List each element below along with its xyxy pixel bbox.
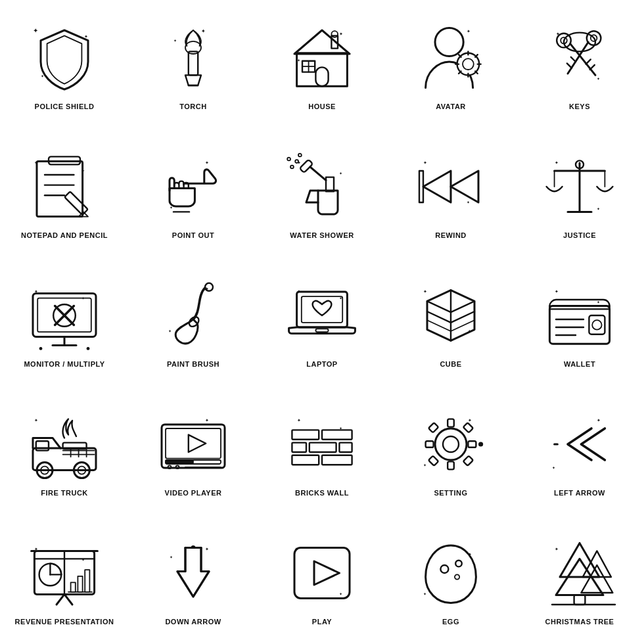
cell-left-arrow: ✦ ✦ LEFT ARROW: [515, 386, 644, 515]
svg-point-19: [435, 28, 463, 56]
svg-rect-144: [339, 443, 352, 452]
cell-paint-brush: ✦ ✦ PAINT BRUSH: [129, 258, 258, 386]
play-label: PLAY: [312, 618, 332, 626]
video-player-icon: ✦: [154, 405, 233, 484]
svg-text:✦: ✦: [597, 77, 600, 81]
svg-line-42: [567, 63, 572, 68]
svg-text:✦: ✦: [34, 417, 38, 423]
svg-point-190: [455, 561, 462, 567]
svg-line-103: [451, 301, 474, 312]
svg-text:✦: ✦: [339, 31, 343, 37]
bricks-wall-icon: ✦ ✦: [283, 405, 361, 484]
svg-point-150: [443, 436, 459, 452]
cell-keys: ✦ ✦ KEYS: [515, 0, 644, 129]
svg-text:✦: ✦: [597, 417, 601, 423]
svg-rect-156: [463, 423, 473, 432]
svg-text:✦: ✦: [339, 172, 342, 175]
left-arrow-icon: ✦ ✦: [540, 405, 619, 484]
bricks-wall-label: BRICKS WALL: [295, 489, 349, 497]
setting-label: SETTING: [434, 489, 467, 497]
monitor-multiply-icon: ✦ ✦: [25, 276, 104, 355]
svg-text:✦: ✦: [467, 28, 471, 34]
cell-notepad-pencil: ✦ ✦ NOTEPAD AND PENCIL: [0, 129, 129, 258]
svg-rect-151: [448, 419, 454, 427]
svg-rect-140: [292, 430, 319, 439]
torch-label: TORCH: [179, 103, 206, 110]
svg-rect-195: [574, 595, 586, 605]
svg-text:✦: ✦: [201, 28, 206, 34]
cell-laptop: ✦ ✦ LAPTOP: [258, 258, 386, 386]
svg-text:✦: ✦: [555, 546, 559, 552]
svg-rect-134: [166, 460, 193, 464]
rewind-icon: ✦ ✦: [411, 147, 490, 226]
svg-marker-186: [314, 561, 339, 585]
svg-point-191: [455, 574, 459, 579]
cell-house: ✦ ✦ HOUSE: [258, 0, 386, 129]
svg-marker-132: [189, 435, 206, 452]
svg-marker-66: [423, 171, 451, 202]
svg-point-86: [39, 347, 43, 350]
svg-point-63: [298, 154, 302, 157]
video-player-label: VIDEO PLAYER: [165, 489, 222, 497]
svg-text:✦: ✦: [467, 200, 470, 204]
svg-text:✦: ✦: [173, 39, 177, 43]
cell-fire-truck: ✦: [0, 386, 129, 515]
svg-line-37: [590, 65, 595, 70]
revenue-presentation-icon: ✦ ✦: [25, 534, 104, 612]
svg-rect-155: [428, 423, 438, 432]
avatar-label: AVATAR: [436, 103, 466, 110]
notepad-pencil-label: NOTEPAD AND PENCIL: [21, 231, 108, 239]
svg-rect-146: [322, 455, 352, 465]
svg-line-175: [64, 594, 72, 605]
cell-wallet: ✦ ✦ WALLET: [515, 258, 644, 386]
svg-text:✦: ✦: [597, 207, 600, 211]
egg-icon: ✦ ✦: [411, 534, 490, 612]
svg-rect-110: [589, 315, 605, 334]
svg-rect-68: [419, 171, 423, 202]
svg-point-87: [87, 347, 90, 350]
svg-rect-142: [292, 443, 306, 452]
svg-text:✦: ✦: [555, 160, 559, 166]
svg-text:✦: ✦: [423, 160, 427, 166]
svg-line-100: [427, 311, 451, 323]
water-shower-icon: ✦ ✦: [283, 147, 361, 226]
svg-rect-170: [71, 582, 76, 591]
svg-point-159: [478, 442, 483, 446]
cell-point-out: ✦ ✦ POINT OUT: [129, 129, 258, 258]
svg-text:✦: ✦: [552, 466, 555, 470]
notepad-pencil-icon: ✦ ✦: [25, 147, 104, 226]
cell-down-arrow: ✦ ✦ DOWN ARROW: [129, 515, 258, 644]
svg-line-174: [57, 594, 64, 605]
svg-text:✦: ✦: [205, 546, 209, 552]
cell-egg: ✦ ✦ EGG: [386, 515, 515, 644]
svg-line-102: [427, 301, 451, 312]
svg-line-58: [310, 167, 326, 180]
svg-rect-12: [297, 53, 348, 86]
svg-text:✦: ✦: [423, 463, 426, 467]
svg-rect-141: [322, 430, 352, 439]
svg-rect-153: [426, 441, 434, 448]
svg-text:✦: ✦: [555, 288, 559, 294]
svg-text:✦: ✦: [170, 555, 173, 559]
svg-marker-67: [451, 171, 478, 202]
cell-bricks-wall: ✦ ✦ BRICKS WALL: [258, 386, 386, 515]
svg-point-111: [592, 320, 601, 329]
cell-justice: ✦ ✦ JUSTICE: [515, 129, 644, 258]
laptop-icon: ✦ ✦: [283, 276, 361, 355]
paint-brush-label: PAINT BRUSH: [167, 360, 219, 368]
svg-text:✦: ✦: [168, 329, 172, 333]
christmas-tree-icon: ✦: [540, 534, 619, 612]
svg-rect-6: [189, 51, 198, 75]
monitor-multiply-label: MONITOR / MULTIPLY: [24, 360, 104, 368]
cell-play: ✦ ✦ PLAY: [258, 515, 386, 644]
christmas-tree-label: CHRISTMAS TREE: [545, 618, 614, 626]
svg-rect-143: [310, 443, 336, 452]
svg-rect-13: [315, 67, 328, 86]
svg-text:✦: ✦: [423, 288, 427, 294]
down-arrow-label: DOWN ARROW: [165, 618, 221, 626]
point-out-label: POINT OUT: [172, 231, 214, 239]
cell-monitor-multiply: ✦ ✦ MONITOR / MULTIPLY: [0, 258, 129, 386]
svg-rect-171: [78, 576, 82, 592]
icon-grid: ✦ ✦ ✦ POLICE SHIELD ✦ ✦: [0, 0, 644, 644]
house-label: HOUSE: [308, 103, 336, 110]
